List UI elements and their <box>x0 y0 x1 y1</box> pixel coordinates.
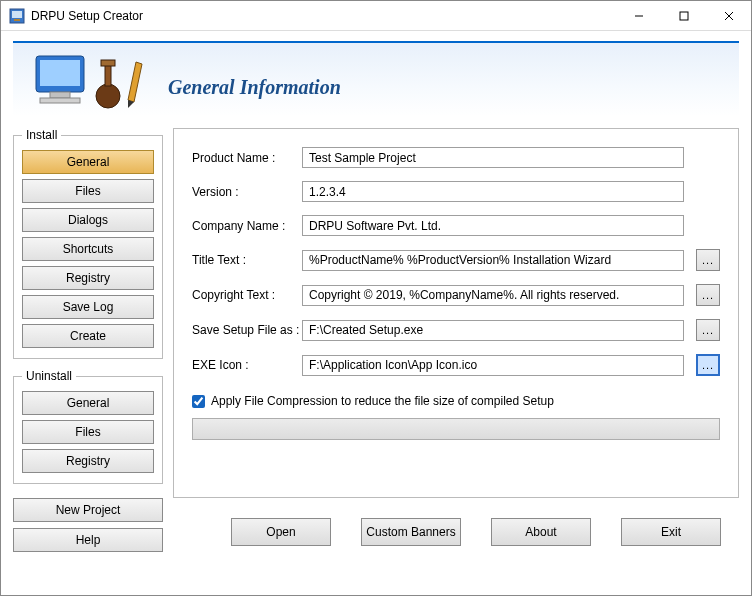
uninstall-group: Uninstall General Files Registry <box>13 369 163 484</box>
help-button[interactable]: Help <box>13 528 163 552</box>
title-text-input[interactable] <box>302 250 684 271</box>
svg-rect-10 <box>40 98 80 103</box>
compress-row: Apply File Compression to reduce the fil… <box>192 394 720 408</box>
app-icon <box>9 8 25 24</box>
company-name-label: Company Name : <box>192 219 302 233</box>
compress-label: Apply File Compression to reduce the fil… <box>211 394 554 408</box>
install-legend: Install <box>22 128 61 142</box>
install-group: Install General Files Dialogs Shortcuts … <box>13 128 163 359</box>
save-file-label: Save Setup File as : <box>192 323 302 337</box>
title-text-row: Title Text : ... <box>192 249 720 271</box>
install-create-button[interactable]: Create <box>22 324 154 348</box>
page-heading: General Information <box>168 76 341 99</box>
footer-buttons: Open Custom Banners About Exit <box>173 508 739 546</box>
install-files-button[interactable]: Files <box>22 179 154 203</box>
svg-marker-14 <box>128 62 142 102</box>
install-shortcuts-button[interactable]: Shortcuts <box>22 237 154 261</box>
svg-rect-13 <box>101 60 115 66</box>
company-name-input[interactable] <box>302 215 684 236</box>
banner-logo <box>28 50 148 110</box>
form-fieldset: Product Name : Version : Company Name : <box>173 128 739 498</box>
company-name-row: Company Name : <box>192 215 720 236</box>
progress-bar <box>192 418 720 440</box>
uninstall-general-button[interactable]: General <box>22 391 154 415</box>
uninstall-legend: Uninstall <box>22 369 76 383</box>
custom-banners-button[interactable]: Custom Banners <box>361 518 461 546</box>
svg-rect-1 <box>12 11 22 18</box>
svg-rect-12 <box>105 64 111 86</box>
open-button[interactable]: Open <box>231 518 331 546</box>
copyright-row: Copyright Text : ... <box>192 284 720 306</box>
form-area: Product Name : Version : Company Name : <box>173 128 739 583</box>
save-file-input[interactable] <box>302 320 684 341</box>
save-file-row: Save Setup File as : ... <box>192 319 720 341</box>
new-project-button[interactable]: New Project <box>13 498 163 522</box>
install-savelog-button[interactable]: Save Log <box>22 295 154 319</box>
product-name-label: Product Name : <box>192 151 302 165</box>
window-title: DRPU Setup Creator <box>31 9 616 23</box>
version-row: Version : <box>192 181 720 202</box>
copyright-input[interactable] <box>302 285 684 306</box>
svg-rect-8 <box>40 60 80 86</box>
close-button[interactable] <box>706 1 751 31</box>
bottom-buttons: New Project Help <box>13 498 163 558</box>
install-registry-button[interactable]: Registry <box>22 266 154 290</box>
install-dialogs-button[interactable]: Dialogs <box>22 208 154 232</box>
title-text-browse-button[interactable]: ... <box>696 249 720 271</box>
product-name-row: Product Name : <box>192 147 720 168</box>
about-button[interactable]: About <box>491 518 591 546</box>
banner: General Information <box>13 41 739 116</box>
content-area: General Information Install General File… <box>1 31 751 595</box>
uninstall-registry-button[interactable]: Registry <box>22 449 154 473</box>
exe-icon-browse-button[interactable]: ... <box>696 354 720 376</box>
svg-rect-9 <box>50 92 70 98</box>
exit-button[interactable]: Exit <box>621 518 721 546</box>
title-text-label: Title Text : <box>192 253 302 267</box>
svg-rect-2 <box>14 19 20 21</box>
svg-rect-4 <box>680 12 688 20</box>
copyright-label: Copyright Text : <box>192 288 302 302</box>
minimize-button[interactable] <box>616 1 661 31</box>
product-name-input[interactable] <box>302 147 684 168</box>
copyright-browse-button[interactable]: ... <box>696 284 720 306</box>
app-window: DRPU Setup Creator General Informat <box>0 0 752 596</box>
exe-icon-row: EXE Icon : ... <box>192 354 720 376</box>
save-file-browse-button[interactable]: ... <box>696 319 720 341</box>
maximize-button[interactable] <box>661 1 706 31</box>
uninstall-files-button[interactable]: Files <box>22 420 154 444</box>
install-general-button[interactable]: General <box>22 150 154 174</box>
titlebar: DRPU Setup Creator <box>1 1 751 31</box>
exe-icon-label: EXE Icon : <box>192 358 302 372</box>
version-input[interactable] <box>302 181 684 202</box>
exe-icon-input[interactable] <box>302 355 684 376</box>
compress-checkbox[interactable] <box>192 395 205 408</box>
sidebar: Install General Files Dialogs Shortcuts … <box>13 128 163 583</box>
version-label: Version : <box>192 185 302 199</box>
svg-point-11 <box>96 84 120 108</box>
main-area: Install General Files Dialogs Shortcuts … <box>13 128 739 583</box>
